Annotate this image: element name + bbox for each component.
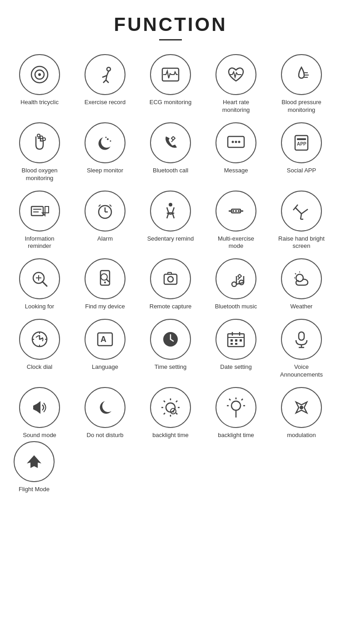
alarm-label: Alarm — [97, 235, 113, 243]
svg-line-42 — [295, 207, 301, 214]
svg-point-39 — [232, 210, 234, 212]
svg-point-3 — [107, 67, 110, 71]
svg-text:A: A — [100, 335, 106, 344]
svg-point-15 — [37, 134, 40, 137]
svg-line-97 — [176, 413, 177, 414]
feature-item-multi-exercise: Multi-exercise mode — [206, 191, 266, 251]
svg-point-14 — [43, 138, 45, 141]
backlight-time2-label: backlight time — [218, 432, 254, 439]
voice-announcements-icon — [281, 319, 322, 360]
feature-item-heart-rate: Heart rate monitoring — [206, 54, 266, 114]
svg-line-96 — [164, 413, 165, 414]
blood-pressure-icon — [281, 54, 322, 95]
svg-rect-83 — [240, 339, 242, 342]
backlight-time2-icon — [216, 387, 256, 428]
bluetooth-call-icon — [150, 122, 191, 163]
feature-item-language: ALanguage — [75, 319, 135, 379]
modulation-icon — [281, 387, 322, 428]
feature-item-sound-mode: Sound mode — [9, 387, 70, 439]
svg-point-22 — [238, 141, 241, 143]
svg-rect-84 — [231, 343, 233, 345]
feature-item-blood-pressure: Blood pressure monitoring — [271, 54, 332, 114]
looking-for-icon — [19, 258, 60, 299]
svg-point-13 — [40, 136, 43, 139]
svg-point-52 — [104, 282, 106, 283]
information-reminder-label: Information reminder — [15, 235, 65, 251]
svg-rect-57 — [168, 272, 171, 274]
bluetooth-music-icon — [216, 258, 256, 299]
feature-item-remote-capture: Remote capture — [140, 258, 201, 311]
svg-line-104 — [241, 399, 243, 400]
modulation-label: modulation — [287, 432, 316, 439]
feature-item-sedentary-remind: Sedentary remind — [140, 191, 201, 251]
svg-line-95 — [176, 401, 177, 402]
svg-point-41 — [238, 210, 240, 212]
ecg-monitoring-label: ECG monitoring — [150, 99, 191, 106]
single-feature-row: Flight Mode — [9, 441, 332, 493]
alarm-icon — [85, 191, 125, 231]
svg-point-35 — [169, 203, 172, 206]
feature-item-weather: Weather — [271, 258, 332, 311]
svg-point-20 — [232, 141, 234, 143]
bluetooth-call-label: Bluetooth call — [153, 167, 188, 175]
svg-rect-24 — [297, 138, 306, 140]
svg-point-58 — [232, 282, 236, 287]
feature-item-time-setting: Time setting — [140, 319, 201, 379]
do-not-disturb-label: Do not disturb — [87, 432, 124, 439]
feature-item-message: Message — [206, 122, 266, 182]
feature-item-clock-dial: Clock dial — [9, 319, 70, 379]
feature-item-bluetooth-music: Bluetooth music — [206, 258, 266, 311]
svg-rect-26 — [31, 206, 43, 216]
ecg-monitoring-icon — [150, 54, 191, 95]
svg-line-8 — [106, 80, 109, 83]
feature-item-do-not-disturb: Do not disturb — [75, 387, 135, 439]
find-device-icon — [85, 258, 125, 299]
looking-for-label: Looking for — [25, 303, 54, 311]
svg-text:APP: APP — [297, 141, 306, 146]
svg-line-44 — [301, 214, 301, 219]
language-label: Language — [92, 363, 118, 371]
exercise-record-icon — [85, 54, 125, 95]
svg-rect-86 — [299, 332, 304, 340]
feature-item-voice-announcements: Voice Announcements — [271, 319, 332, 379]
information-reminder-icon — [19, 191, 60, 231]
exercise-record-label: Exercise record — [85, 99, 125, 106]
svg-point-16 — [107, 138, 109, 140]
feature-item-backlight-time2: backlight time — [206, 387, 266, 439]
svg-point-107 — [300, 406, 303, 409]
find-device-label: Find my device — [85, 303, 125, 311]
multi-exercise-label: Multi-exercise mode — [211, 235, 261, 251]
time-setting-label: Time setting — [155, 363, 186, 371]
sound-mode-label: Sound mode — [23, 432, 56, 439]
svg-line-65 — [295, 273, 296, 274]
svg-point-21 — [235, 141, 237, 143]
svg-rect-82 — [235, 339, 237, 342]
clock-dial-icon — [19, 319, 60, 360]
blood-oxygen-label: Blood oxygen monitoring — [15, 167, 65, 182]
svg-line-4 — [107, 71, 109, 75]
svg-line-7 — [103, 80, 106, 83]
svg-point-40 — [235, 210, 237, 212]
blood-pressure-label: Blood pressure monitoring — [276, 99, 326, 114]
message-icon — [216, 122, 256, 163]
sleep-monitor-label: Sleep monitor — [87, 167, 123, 175]
raise-hand-label: Raise hand bright screen — [276, 235, 326, 251]
time-setting-icon — [150, 319, 191, 360]
social-app-label: Social APP — [287, 167, 316, 175]
clock-dial-label: Clock dial — [27, 363, 52, 371]
weather-icon — [281, 258, 322, 299]
do-not-disturb-icon — [85, 387, 125, 428]
page-title: FUNCTION — [114, 14, 227, 35]
svg-line-33 — [99, 205, 100, 206]
feature-item-looking-for: Looking for — [9, 258, 70, 311]
health-tricyclic-label: Health tricyclic — [20, 99, 59, 106]
svg-line-54 — [106, 279, 109, 282]
language-icon: A — [85, 319, 125, 360]
feature-item-ecg-monitoring: ECG monitoring — [140, 54, 201, 114]
svg-line-48 — [42, 282, 47, 286]
svg-point-56 — [168, 277, 173, 282]
weather-label: Weather — [291, 303, 313, 311]
svg-line-103 — [229, 399, 231, 400]
flight-mode-label: Flight Mode — [19, 486, 50, 493]
sleep-monitor-icon — [85, 122, 125, 163]
